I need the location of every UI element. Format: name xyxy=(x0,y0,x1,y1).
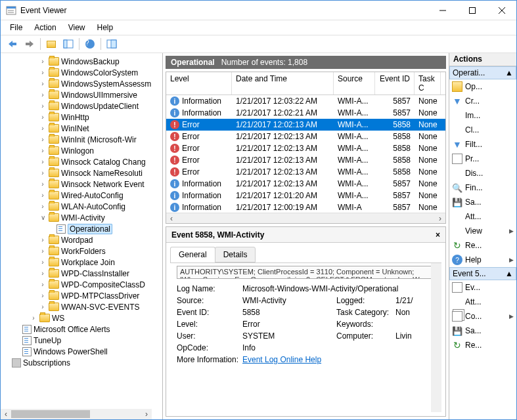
action-item[interactable]: Ev... xyxy=(449,280,516,295)
back-button[interactable] xyxy=(5,37,20,51)
expand-icon[interactable]: › xyxy=(39,247,47,255)
scrollbar-thumb[interactable] xyxy=(11,410,90,418)
tree-item[interactable]: Microsoft Office Alerts xyxy=(1,324,162,335)
action-item[interactable]: Att... xyxy=(449,295,516,309)
action-item[interactable]: View▶ xyxy=(449,224,516,238)
grid-scrollbar-horizontal[interactable]: ‹› xyxy=(166,213,445,223)
menu-help[interactable]: Help xyxy=(92,22,119,33)
action-item[interactable]: ↻Re... xyxy=(449,338,516,352)
action-item[interactable]: Dis... xyxy=(449,166,516,180)
link-online-help[interactable]: Event Log Online Help xyxy=(242,355,321,364)
expand-icon[interactable]: › xyxy=(39,136,47,143)
tab-details[interactable]: Details xyxy=(215,247,256,262)
expand-icon[interactable]: › xyxy=(39,303,47,310)
expand-icon[interactable]: › xyxy=(39,91,47,98)
maximize-button[interactable] xyxy=(457,1,487,20)
tree-item[interactable]: ›WPD-CompositeClassD xyxy=(1,279,162,290)
expand-icon[interactable]: › xyxy=(30,314,37,322)
scroll-left-icon[interactable]: ‹ xyxy=(1,409,11,419)
action-item[interactable]: Att... xyxy=(449,209,516,224)
event-row[interactable]: !Error1/21/2017 12:02:13 AMWMI-A...5858N… xyxy=(166,131,445,142)
expand-icon[interactable]: › xyxy=(39,169,47,177)
expand-icon[interactable]: › xyxy=(39,114,47,121)
tree-item[interactable]: ›WWAN-SVC-EVENTS xyxy=(1,301,162,312)
expand-icon[interactable]: › xyxy=(39,259,47,266)
show-tree-button[interactable] xyxy=(43,37,59,51)
action-item[interactable]: Co...▶ xyxy=(449,309,516,324)
tree-scrollbar-horizontal[interactable]: ‹› xyxy=(1,409,152,419)
action-item[interactable]: 🔍Fin... xyxy=(449,180,516,195)
tree-item[interactable]: ›Winsock NameResoluti xyxy=(1,167,162,178)
expand-icon[interactable]: › xyxy=(39,281,47,288)
action-item[interactable]: 💾Sa... xyxy=(449,324,516,338)
menu-view[interactable]: View xyxy=(63,22,91,33)
scroll-right-icon[interactable]: › xyxy=(141,409,152,419)
tree-item[interactable]: ›WindowsBackup xyxy=(1,56,162,67)
tree-item[interactable]: ›WindowsUpdateClient xyxy=(1,100,162,112)
action-item[interactable]: Pr... xyxy=(449,152,516,166)
tree-item-operational[interactable]: Operational xyxy=(1,223,162,234)
tree-item[interactable]: ›WorkFolders xyxy=(1,245,162,257)
menu-action[interactable]: Action xyxy=(29,22,61,33)
tree-item-wmi-activity[interactable]: ∨WMI-Activity xyxy=(1,212,162,223)
event-row[interactable]: iInformation1/21/2017 12:02:21 AMWMI-A..… xyxy=(166,107,445,119)
event-row[interactable]: !Error1/21/2017 12:02:13 AMWMI-A...5858N… xyxy=(166,119,445,131)
tree-item[interactable]: ›Workplace Join xyxy=(1,257,162,268)
collapse-up-icon[interactable]: ▲ xyxy=(505,68,513,77)
event-description[interactable]: AUTHORITY\SYSTEM; ClientProcessId = 3110… xyxy=(177,266,435,279)
tree-item[interactable]: ›WinINet xyxy=(1,123,162,134)
tree-item[interactable]: ›WPD-ClassInstaller xyxy=(1,268,162,279)
tree-item[interactable]: Windows PowerShell xyxy=(1,346,162,357)
action-item[interactable]: 💾Sa... xyxy=(449,195,516,209)
scroll-right-icon[interactable]: › xyxy=(435,213,445,223)
tree-item[interactable]: ›WinInit (Microsoft-Wir xyxy=(1,134,162,145)
help-button[interactable]: ? xyxy=(82,37,98,51)
tree-item[interactable]: ›Winsock Network Event xyxy=(1,178,162,190)
event-row[interactable]: !Error1/21/2017 12:02:13 AMWMI-A...5858N… xyxy=(166,142,445,154)
action-item[interactable]: Op... xyxy=(449,79,516,94)
view-button[interactable] xyxy=(104,37,120,51)
expand-icon[interactable]: › xyxy=(39,236,47,243)
expand-icon[interactable]: › xyxy=(39,180,47,188)
minimize-button[interactable] xyxy=(428,1,457,20)
action-item[interactable]: ▼Cr... xyxy=(449,94,516,108)
tree-item[interactable]: ›WindowsSystemAssessm xyxy=(1,78,162,89)
tree-item-ws[interactable]: ›WS xyxy=(1,312,162,324)
detail-scrollbar-vertical[interactable] xyxy=(431,263,441,412)
tree-pane[interactable]: ›WindowsBackup›WindowsColorSystem›Window… xyxy=(1,53,162,419)
tree-item[interactable]: ›WindowsUIImmersive xyxy=(1,89,162,100)
expand-icon[interactable]: › xyxy=(39,69,47,76)
collapse-icon[interactable]: ∨ xyxy=(39,214,47,221)
action-item[interactable]: ↻Re... xyxy=(449,238,516,253)
expand-icon[interactable]: › xyxy=(39,158,47,165)
collapse-up-icon[interactable]: ▲ xyxy=(505,269,513,278)
col-datetime[interactable]: Date and Time xyxy=(232,72,334,94)
event-row[interactable]: iInformation1/21/2017 12:02:13 AMWMI-A..… xyxy=(166,178,445,190)
action-item[interactable]: ▼Filt... xyxy=(449,137,516,152)
tree-item[interactable]: ›WPD-MTPClassDriver xyxy=(1,290,162,301)
console-prop-button[interactable] xyxy=(60,37,76,51)
grid-header[interactable]: Level Date and Time Source Event ID Task… xyxy=(166,72,445,95)
expand-icon[interactable]: › xyxy=(39,102,47,110)
actions-section-event[interactable]: Event 5...▲ xyxy=(449,267,516,280)
expand-icon[interactable]: › xyxy=(39,270,47,277)
col-level[interactable]: Level xyxy=(166,72,232,94)
action-item[interactable]: Im... xyxy=(449,108,516,123)
tree-item[interactable]: ›WinHttp xyxy=(1,112,162,123)
expand-icon[interactable]: › xyxy=(39,192,47,199)
expand-icon[interactable]: › xyxy=(39,292,47,299)
event-row[interactable]: iInformation1/21/2017 12:01:20 AMWMI-A..… xyxy=(166,190,445,201)
tree-item[interactable]: ›Winsock Catalog Chang xyxy=(1,156,162,167)
action-item[interactable]: ?Help▶ xyxy=(449,253,516,267)
detail-close-button[interactable]: × xyxy=(436,230,440,240)
tree-item[interactable]: ›Winlogon xyxy=(1,145,162,156)
expand-icon[interactable]: › xyxy=(39,147,47,154)
event-grid[interactable]: Level Date and Time Source Event ID Task… xyxy=(166,72,446,224)
tree-item-subscriptions[interactable]: Subscriptions xyxy=(1,357,162,368)
event-row[interactable]: !Error1/21/2017 12:02:13 AMWMI-A...5858N… xyxy=(166,166,445,178)
event-row[interactable]: iInformation1/21/2017 12:00:19 AMWMI-A58… xyxy=(166,201,445,213)
tree-item[interactable]: ›Wordpad xyxy=(1,234,162,245)
close-button[interactable] xyxy=(487,1,516,20)
tree-item[interactable]: ›WindowsColorSystem xyxy=(1,67,162,78)
event-row[interactable]: iInformation1/21/2017 12:03:22 AMWMI-A..… xyxy=(166,95,445,107)
